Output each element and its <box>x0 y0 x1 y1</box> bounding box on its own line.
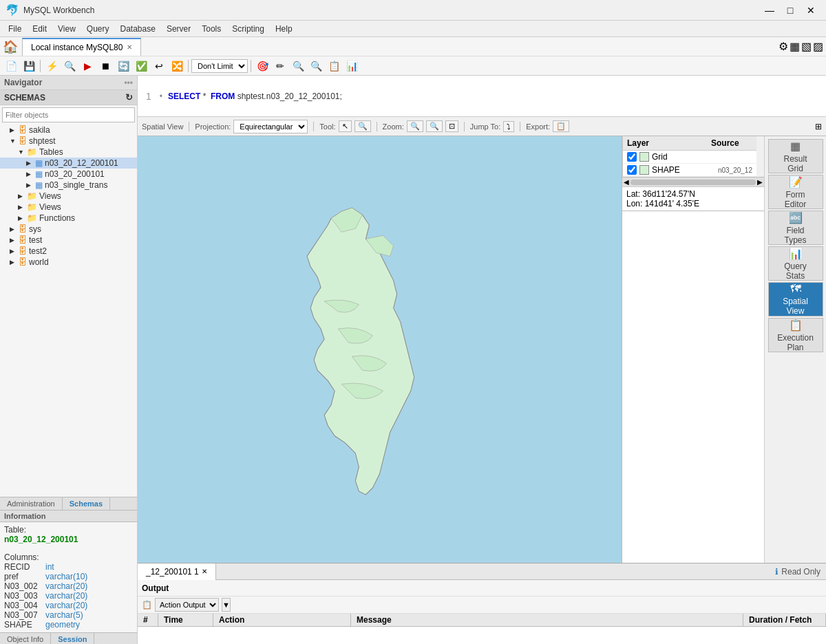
schema-item-world[interactable]: ▶ 🗄 world <box>0 257 137 268</box>
tab-close-icon[interactable]: ✕ <box>127 43 132 51</box>
spatial-view-button[interactable]: 🗺 SpatialView <box>768 282 823 316</box>
close-button[interactable]: ✕ <box>801 3 820 17</box>
zoom-out-spatial-button[interactable]: 🔍 <box>407 120 423 132</box>
separator <box>40 60 41 72</box>
menu-database[interactable]: Database <box>115 23 161 35</box>
menu-scripting[interactable]: Scripting <box>226 23 270 35</box>
collapse-icon[interactable]: ⊞ <box>815 122 822 131</box>
query-stats-button[interactable]: 📊 QueryStats <box>768 246 823 281</box>
save-button[interactable]: 💾 <box>21 58 37 74</box>
menu-server[interactable]: Server <box>161 23 196 35</box>
tab-session[interactable]: Session <box>51 633 94 644</box>
menu-file[interactable]: File <box>3 23 27 35</box>
menu-edit[interactable]: Edit <box>27 23 52 35</box>
col-message: Message <box>351 614 743 626</box>
output-table-header: # Time Action Message Duration / Fetch <box>138 614 826 627</box>
tree-item-views[interactable]: ▶ 📁 Views <box>0 191 137 202</box>
tab-local-instance[interactable]: Local instance MySQL80 ✕ <box>22 38 141 56</box>
layer-checkbox-grid[interactable] <box>627 152 637 162</box>
export-button[interactable]: 📋 <box>553 120 569 132</box>
scroll-right-icon[interactable]: ▶ <box>756 178 764 186</box>
zoom-in-spatial-button[interactable]: 🔍 <box>426 120 443 132</box>
misc-button[interactable]: 📊 <box>343 58 360 74</box>
layout-icon1[interactable]: ▦ <box>790 40 800 53</box>
table-name-value: n03_20_12_200101 <box>4 535 133 544</box>
table-item-single-trans[interactable]: ▶ ▦ n03_single_trans <box>0 180 137 191</box>
tab-schemas[interactable]: Schemas <box>63 497 110 510</box>
layer-row-shape[interactable]: SHAPE n03_20_12 <box>623 164 756 177</box>
map-land-polygon <box>307 208 414 495</box>
settings-icon[interactable]: ⚙ <box>779 40 788 53</box>
schema-item-test[interactable]: ▶ 🗄 test <box>0 235 137 246</box>
table-item-n03-20[interactable]: ▶ ▦ n03_20_200101 <box>0 169 137 180</box>
schema-item-sakila[interactable]: ▶ 🗄 sakila <box>0 125 137 136</box>
action-output-dropdown[interactable]: ▼ <box>222 598 231 612</box>
zoom-label: Zoom: <box>383 122 404 131</box>
field-types-icon: 🔤 <box>789 211 803 224</box>
execution-plan-button[interactable]: 📋 ExecutionPlan <box>768 318 823 352</box>
select-tool-button[interactable]: ↖ <box>339 120 352 132</box>
menu-tools[interactable]: Tools <box>196 23 226 35</box>
layout-icon2[interactable]: ▧ <box>801 40 812 53</box>
tab-object-info[interactable]: Object Info <box>0 633 51 644</box>
execute-button[interactable]: ▶ <box>79 58 96 74</box>
output-tab-result[interactable]: _12_200101 1 ✕ <box>138 564 216 580</box>
maximize-button[interactable]: □ <box>781 3 800 17</box>
output-textarea[interactable] <box>624 213 763 561</box>
result-grid-button[interactable]: ▦ ResultGrid <box>768 139 823 173</box>
main-layout: Navigator ••• SCHEMAS ↻ ▶ 🗄 sakila ▼ 🗄 s… <box>0 76 826 644</box>
schema-filter-input[interactable] <box>2 107 135 122</box>
limit-select[interactable]: Don't Limit 100 rows 200 rows 1000 rows <box>191 59 248 73</box>
format-button[interactable]: ✏ <box>272 58 288 74</box>
fit-button[interactable]: ⊡ <box>445 120 458 132</box>
map-area[interactable] <box>138 136 622 563</box>
toggle-button[interactable]: 🔀 <box>169 58 185 74</box>
output-text-area <box>622 211 764 563</box>
run-button[interactable]: ⚡ <box>43 58 60 74</box>
output-tab-close-icon[interactable]: ✕ <box>202 568 207 575</box>
layer-checkbox-shape[interactable] <box>627 165 637 175</box>
expand-icon-world: ▶ <box>10 259 17 266</box>
scroll-left-icon[interactable]: ◀ <box>622 178 631 186</box>
zoom-in-button[interactable]: 🔍 <box>308 58 324 74</box>
menu-help[interactable]: Help <box>270 23 298 35</box>
navigator-panel: Navigator ••• SCHEMAS ↻ ▶ 🗄 sakila ▼ 🗄 s… <box>0 76 138 644</box>
layer-scrollbar[interactable]: ◀ ▶ <box>622 177 764 186</box>
col-duration-fetch: Duration / Fetch <box>743 614 826 626</box>
layer-row-grid[interactable]: Grid <box>623 151 756 164</box>
table-item-n03-20-12[interactable]: ▶ ▦ n03_20_12_200101 <box>0 158 137 169</box>
form-editor-button[interactable]: 📝 FormEditor <box>768 175 823 209</box>
jump-button[interactable]: ⤵ <box>503 121 514 132</box>
minimize-button[interactable]: — <box>760 3 779 17</box>
schema-item-sys[interactable]: ▶ 🗄 sys <box>0 224 137 235</box>
action-output-select[interactable]: Action Output <box>155 598 219 612</box>
tree-item-functions[interactable]: ▶ 📁 Functions <box>0 213 137 224</box>
tree-item-tables[interactable]: ▼ 📁 Tables <box>0 147 137 158</box>
menu-view[interactable]: View <box>52 23 81 35</box>
new-tab-button[interactable]: 📄 <box>3 58 19 74</box>
zoom-out-button[interactable]: 🔍 <box>290 58 306 74</box>
refresh-button[interactable]: 🔄 <box>115 58 131 74</box>
schema-item-test2[interactable]: ▶ 🗄 test2 <box>0 246 137 257</box>
rollback-button[interactable]: ↩ <box>151 58 167 74</box>
magnify-button[interactable]: 🔍 <box>354 120 371 132</box>
col-n03-007: N03_007varchar(5) <box>4 610 133 620</box>
schema-button[interactable]: 📋 <box>326 58 342 74</box>
output-tab-label: _12_200101 1 <box>146 567 199 577</box>
output-area: _12_200101 1 ✕ ℹ Read Only Output 📋 Acti… <box>138 563 826 644</box>
stop-button[interactable]: ⏹ <box>97 58 114 74</box>
refresh-schemas-icon[interactable]: ↻ <box>125 92 133 103</box>
calibrate-button[interactable]: 🎯 <box>254 58 271 74</box>
search-button[interactable]: 🔍 <box>61 58 78 74</box>
schema-item-shptest[interactable]: ▼ 🗄 shptest <box>0 136 137 147</box>
tab-administration[interactable]: Administration <box>0 497 63 510</box>
layout-icon3[interactable]: ▨ <box>813 40 823 53</box>
commit-button[interactable]: ✅ <box>133 58 149 74</box>
tree-item-stored-procedures[interactable]: ▶ 📁 Views <box>0 202 137 213</box>
sql-editor[interactable]: 1 • SELECT * FROM shptest.n03_20_12_2001… <box>138 76 826 117</box>
folder-icon-tables: 📁 <box>27 147 37 157</box>
field-types-button[interactable]: 🔤 FieldTypes <box>768 211 823 245</box>
separator2 <box>188 60 189 72</box>
menu-query[interactable]: Query <box>81 23 115 35</box>
projection-select[interactable]: Equirectangular Mercator <box>233 120 308 133</box>
